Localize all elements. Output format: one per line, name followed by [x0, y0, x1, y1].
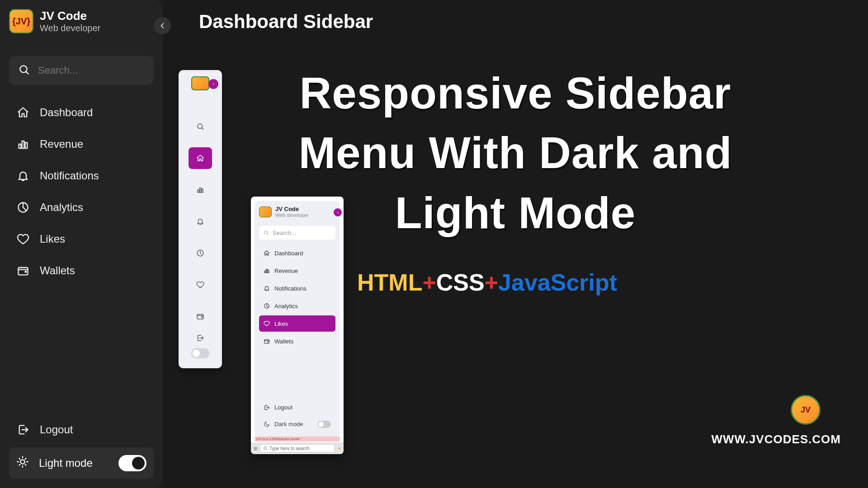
pe-revenue[interactable]: Revenue: [259, 263, 335, 279]
pe-label: Revenue: [274, 267, 298, 274]
nav-label: Dashboard: [40, 106, 93, 119]
sidebar-bottom: Logout Light mode: [9, 416, 154, 479]
chevron-right-icon: [211, 82, 216, 86]
pc-notifications[interactable]: [189, 211, 212, 232]
wallet-icon: [196, 312, 204, 320]
nav-label: Notifications: [40, 169, 99, 182]
tech-html: HTML: [357, 269, 422, 296]
pc-logout[interactable]: [189, 327, 212, 348]
search-input[interactable]: [38, 65, 145, 76]
pe-label: Wallets: [274, 338, 293, 345]
plus-1: +: [422, 269, 436, 296]
tech-css: CSS: [436, 269, 485, 296]
bar-chart-icon: [16, 138, 30, 150]
nav-item-notifications[interactable]: Notifications: [9, 162, 154, 190]
search-box[interactable]: [9, 56, 154, 85]
logout-icon: [196, 334, 204, 342]
pc-revenue[interactable]: [189, 179, 212, 201]
logout-icon: [264, 404, 270, 411]
corner-url: WWW.JVCODES.COM: [711, 432, 841, 446]
nav-label: Analytics: [40, 201, 83, 214]
preview-taskbar: ⊞ Type here to search ✦: [251, 442, 344, 454]
nav-item-logout[interactable]: Logout: [9, 416, 154, 444]
expand-button[interactable]: [208, 79, 218, 89]
bell-icon: [16, 169, 30, 182]
pie-icon: [16, 201, 30, 214]
home-icon: [16, 106, 30, 119]
brand-logo: {JV}: [9, 9, 33, 33]
hero-title: Responsive Sidebar Menu With Dark and Li…: [285, 63, 746, 243]
nav-item-dashboard[interactable]: Dashboard: [9, 99, 154, 127]
search-icon: [263, 446, 268, 450]
nav-label: Revenue: [40, 138, 83, 150]
pc-search[interactable]: [189, 116, 212, 137]
logout-label: Logout: [40, 423, 73, 436]
pe-label: Notifications: [274, 285, 307, 292]
pie-icon: [264, 303, 270, 309]
brand-text: JV Code Web developer: [40, 9, 100, 33]
sparkle-icon: ✦: [337, 446, 341, 451]
pe-label: Likes: [274, 320, 288, 327]
preview-url-bar: 127.0.0.1:5500/index.html#: [255, 436, 340, 442]
pe-logout-label: Logout: [274, 404, 292, 411]
pe-nav: Dashboard Revenue Notifications Analytic…: [259, 245, 335, 349]
home-icon: [264, 250, 270, 256]
page-title: Dashboard Sidebar: [199, 11, 373, 33]
corner-logo: JV: [791, 395, 821, 425]
clock-icon: [196, 249, 204, 257]
bell-icon: [264, 285, 270, 291]
pe-wallets[interactable]: Wallets: [259, 333, 335, 349]
nav-item-revenue[interactable]: Revenue: [9, 130, 154, 158]
nav: Dashboard Revenue Notifications Analytic…: [9, 99, 154, 285]
sidebar: {JV} JV Code Web developer Dashboard Rev…: [0, 0, 163, 488]
pe-notifications[interactable]: Notifications: [259, 280, 335, 296]
nav-label: Wallets: [40, 264, 75, 277]
chevron-left-icon: [158, 21, 167, 30]
heart-icon: [264, 320, 270, 327]
theme-label: Light mode: [39, 457, 93, 469]
moon-icon: [264, 421, 270, 427]
preview-logo: [259, 206, 272, 217]
preview-collapsed-sidebar: [179, 70, 222, 368]
preview-collapsed-items: [189, 116, 212, 327]
home-icon: [196, 154, 204, 162]
hero-title-text: Responsive Sidebar Menu With Dark and Li…: [285, 63, 746, 243]
pe-dashboard[interactable]: Dashboard: [259, 245, 335, 261]
heart-icon: [196, 281, 204, 289]
collapse-button[interactable]: [154, 17, 171, 34]
search-icon: [264, 230, 269, 235]
pc-analytics[interactable]: [189, 242, 212, 264]
preview-logo: [191, 76, 209, 90]
nav-item-likes[interactable]: Likes: [9, 225, 154, 253]
search-icon: [196, 122, 204, 131]
pc-wallets[interactable]: [189, 305, 212, 327]
pe-bottom: Logout Dark mode: [259, 399, 335, 432]
pe-theme-row[interactable]: Dark mode: [259, 417, 335, 432]
nav-item-wallets[interactable]: Wallets: [9, 257, 154, 285]
pe-toggle[interactable]: [317, 421, 331, 428]
pe-analytics[interactable]: Analytics: [259, 298, 335, 314]
pc-dashboard[interactable]: [189, 147, 212, 169]
sun-icon: [16, 455, 29, 471]
nav-label: Likes: [40, 233, 65, 245]
sidebar-header: {JV} JV Code Web developer: [9, 9, 154, 33]
wallet-icon: [264, 338, 270, 344]
nav-item-analytics[interactable]: Analytics: [9, 193, 154, 221]
windows-icon: ⊞: [254, 446, 257, 451]
theme-row[interactable]: Light mode: [9, 447, 154, 479]
heart-icon: [16, 233, 30, 245]
logout-icon: [16, 423, 30, 436]
search-icon: [18, 64, 30, 77]
pe-likes[interactable]: Likes: [259, 315, 335, 332]
bell-icon: [196, 217, 204, 225]
pc-likes[interactable]: [189, 274, 212, 296]
taskbar-search[interactable]: Type here to search: [260, 444, 335, 452]
pe-label: Dashboard: [274, 250, 303, 257]
tech-js: JavaScript: [498, 269, 617, 296]
bar-chart-icon: [196, 186, 204, 194]
taskbar-search-placeholder: Type here to search: [269, 446, 309, 451]
pe-logout[interactable]: Logout: [259, 399, 335, 416]
theme-toggle[interactable]: [118, 455, 146, 471]
preview-theme-toggle[interactable]: [191, 348, 209, 358]
pe-theme-label: Dark mode: [274, 421, 303, 427]
